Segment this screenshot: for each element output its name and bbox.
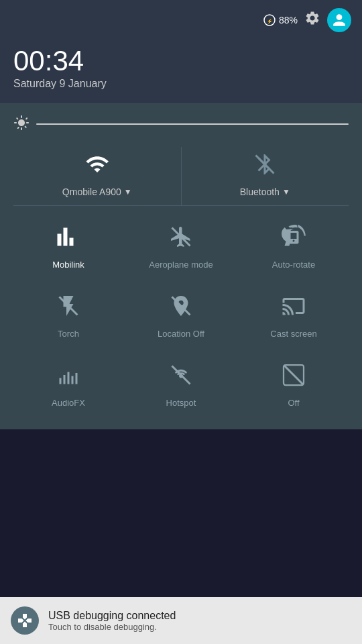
status-bar: ⚡ 88% [0, 0, 362, 40]
clock-display: 00:34 [13, 47, 349, 75]
date-display: Saturday 9 January [13, 78, 349, 90]
wifi-label: Qmobile A900 ▼ [62, 186, 132, 197]
mobilink-icon [56, 225, 80, 254]
toggle-grid: Mobilink Aeroplane mode Auto-rotate [13, 217, 349, 416]
notification-text: USB debugging connected Touch to disable… [48, 610, 176, 632]
autorotate-icon [282, 225, 306, 254]
hotspot-label: Hotspot [166, 398, 196, 408]
aeroplane-icon [169, 225, 193, 254]
toggle-location[interactable]: Location Off [126, 286, 236, 347]
toggle-hotspot[interactable]: Hotspot [126, 355, 236, 416]
off-icon [282, 363, 306, 392]
autorotate-label: Auto-rotate [272, 260, 315, 270]
location-label: Location Off [158, 329, 204, 339]
wifi-icon [85, 152, 109, 181]
hotspot-icon [169, 363, 193, 392]
quick-settings-panel: Qmobile A900 ▼ Bluetooth ▼ [0, 104, 362, 429]
aeroplane-label: Aeroplane mode [149, 260, 213, 270]
brightness-icon [13, 115, 29, 133]
usb-debug-icon [11, 606, 39, 635]
toggle-autorotate[interactable]: Auto-rotate [239, 217, 349, 278]
mobilink-label: Mobilink [52, 260, 84, 270]
brightness-slider[interactable] [36, 123, 349, 125]
time-header: 00:34 Saturday 9 January [0, 40, 362, 104]
bluetooth-icon [253, 152, 277, 181]
audiofx-label: AudioFX [52, 398, 85, 408]
battery-icon: ⚡ [263, 13, 276, 27]
audiofx-icon [56, 363, 80, 392]
svg-rect-7 [64, 375, 66, 384]
connectivity-row: Qmobile A900 ▼ Bluetooth ▼ [13, 147, 349, 206]
torch-label: Torch [58, 329, 79, 339]
battery-status: ⚡ 88% [263, 13, 298, 27]
bluetooth-label: Bluetooth ▼ [240, 186, 290, 197]
bluetooth-item[interactable]: Bluetooth ▼ [182, 147, 349, 205]
wifi-dropdown-arrow: ▼ [124, 187, 132, 197]
svg-rect-10 [76, 373, 78, 384]
toggle-mobilink[interactable]: Mobilink [13, 217, 123, 278]
location-icon [169, 294, 193, 323]
settings-icon[interactable] [304, 10, 320, 30]
svg-rect-8 [68, 372, 70, 384]
off-label: Off [288, 398, 299, 408]
toggle-audiofx[interactable]: AudioFX [13, 355, 123, 416]
svg-text:⚡: ⚡ [266, 18, 272, 24]
torch-icon [56, 294, 80, 323]
svg-rect-9 [72, 376, 74, 384]
toggle-off[interactable]: Off [239, 355, 349, 416]
toggle-cast[interactable]: Cast screen [239, 286, 349, 347]
battery-percent: 88% [279, 15, 298, 25]
notification-subtitle: Touch to disable debugging. [48, 622, 176, 632]
toggle-aeroplane[interactable]: Aeroplane mode [126, 217, 236, 278]
cast-icon [282, 294, 306, 323]
cast-label: Cast screen [270, 329, 316, 339]
notification-title: USB debugging connected [48, 610, 176, 622]
svg-line-11 [172, 366, 190, 384]
wifi-item[interactable]: Qmobile A900 ▼ [13, 147, 182, 205]
brightness-row [13, 115, 349, 133]
toggle-torch[interactable]: Torch [13, 286, 123, 347]
user-avatar[interactable] [327, 8, 351, 32]
bluetooth-dropdown-arrow: ▼ [282, 187, 290, 197]
svg-rect-6 [60, 378, 62, 384]
svg-line-13 [285, 366, 303, 384]
notification-bar[interactable]: USB debugging connected Touch to disable… [0, 597, 362, 644]
